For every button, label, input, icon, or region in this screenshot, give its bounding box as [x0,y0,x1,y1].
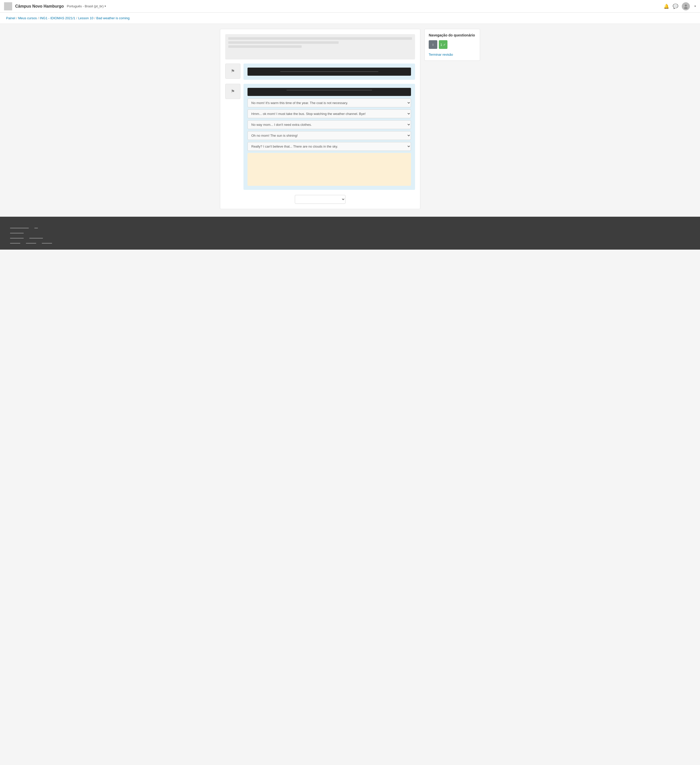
breadcrumb: Painel / Meus cursos / ING1 - IDIOMAS 20… [6,16,694,20]
title-bar-line [286,90,372,90]
footer-link-2[interactable]: __ [35,225,38,228]
dropdown-3[interactable]: No mom! It's warm this time of the year.… [247,120,411,129]
img-line-1 [228,37,412,40]
bottom-dropdown[interactable]: Option 1 Option 2 [295,195,345,204]
breadcrumb-sep-3: / [76,16,77,20]
breadcrumb-painel[interactable]: Painel [6,16,15,20]
dropdown-4[interactable]: No mom! It's warm this time of the year.… [247,131,411,140]
notification-icon[interactable]: 🔔 [664,3,669,9]
img-line-3 [228,45,302,48]
question-2-block: ⚑ No mom! It's warm this time of the yea… [225,84,415,190]
dropdown-row-5: No mom! It's warm this time of the year.… [247,142,411,151]
footer-row-1: ___________ __ [10,225,690,228]
dropdown-row-2: No mom! It's warm this time of the year.… [247,109,411,118]
avatar-chevron-icon[interactable]: ▾ [694,5,696,8]
site-logo [4,2,12,10]
dropdown-1[interactable]: No mom! It's warm this time of the year.… [247,99,411,107]
q1-audio-content [244,63,415,80]
breadcrumb-course[interactable]: ING1 - IDIOMAS 2021/1 [40,16,75,20]
footer-link-3[interactable]: ________ [10,230,24,233]
page-footer: ___________ __ ________ ________ _______… [0,217,700,250]
q2-flag-icon[interactable]: ⚑ [225,84,241,99]
nav-btn-1[interactable]: 1 ✓ [439,40,447,49]
q1-flag-icon[interactable]: ⚑ [225,63,241,79]
nav-buttons: i 1 ✓ [429,40,476,49]
finish-review-link[interactable]: Terminar revisão [429,53,453,57]
svg-point-0 [685,5,687,6]
footer-links: ___________ __ ________ ________ _______… [10,225,690,244]
dropdown-2[interactable]: No mom! It's warm this time of the year.… [247,109,411,118]
question-1-block: ⚑ [225,63,415,80]
language-selector[interactable]: Português - Brasil (pt_br) [67,4,106,8]
audio-player[interactable] [247,68,411,76]
breadcrumb-lesson[interactable]: Lesson 10 [78,16,93,20]
footer-link-4[interactable]: ________ [10,235,24,238]
audio-progress-bar [280,71,378,72]
footer-row-4: ______ ______ ______ [10,240,690,244]
breadcrumb-sep-2: / [38,16,39,20]
breadcrumb-sep-4: / [94,16,95,20]
breadcrumb-current[interactable]: Bad weather is coming [96,16,130,20]
top-image-area [225,34,415,60]
sidebar: Navegação do questionário i 1 ✓ Terminar… [425,29,480,61]
bottom-dropdown-row: Option 1 Option 2 [225,195,415,204]
img-line-2 [228,41,338,44]
site-title: Câmpus Novo Hamburgo [15,4,64,9]
dropdown-row-3: No mom! It's warm this time of the year.… [247,120,411,129]
footer-link-7[interactable]: ______ [26,240,36,244]
page-header: Câmpus Novo Hamburgo Português - Brasil … [0,0,700,13]
message-icon[interactable]: 💬 [673,3,678,9]
avatar[interactable] [682,2,690,10]
footer-link-6[interactable]: ______ [10,240,20,244]
sidebar-nav-title: Navegação do questionário [429,33,476,37]
breadcrumb-meus-cursos[interactable]: Meus cursos [18,16,37,20]
breadcrumb-sep-1: / [16,16,17,20]
footer-row-3: ________ ________ [10,235,690,238]
dropdown-row-4: No mom! It's warm this time of the year.… [247,131,411,140]
footer-link-8[interactable]: ______ [42,240,52,244]
quiz-content: ⚑ ⚑ No mom! It's warm this time of the y… [220,29,420,209]
quiz-navigation: Navegação do questionário i 1 ✓ Terminar… [425,29,480,61]
dropdown-5[interactable]: No mom! It's warm this time of the year.… [247,142,411,151]
footer-row-2: ________ [10,230,690,233]
q2-title-bar [247,88,411,96]
dropdown-row-1: No mom! It's warm this time of the year.… [247,99,411,107]
q2-content: No mom! It's warm this time of the year.… [244,84,415,190]
footer-link-5[interactable]: ________ [29,235,43,238]
header-icons: 🔔 💬 ▾ [664,2,696,10]
nav-btn-info[interactable]: i [429,40,437,49]
orange-section [247,153,411,186]
main-container: ⚑ ⚑ No mom! It's warm this time of the y… [216,29,484,209]
svg-point-1 [684,7,687,9]
footer-link-1[interactable]: ___________ [10,225,28,228]
breadcrumb-bar: Painel / Meus cursos / ING1 - IDIOMAS 20… [0,13,700,24]
